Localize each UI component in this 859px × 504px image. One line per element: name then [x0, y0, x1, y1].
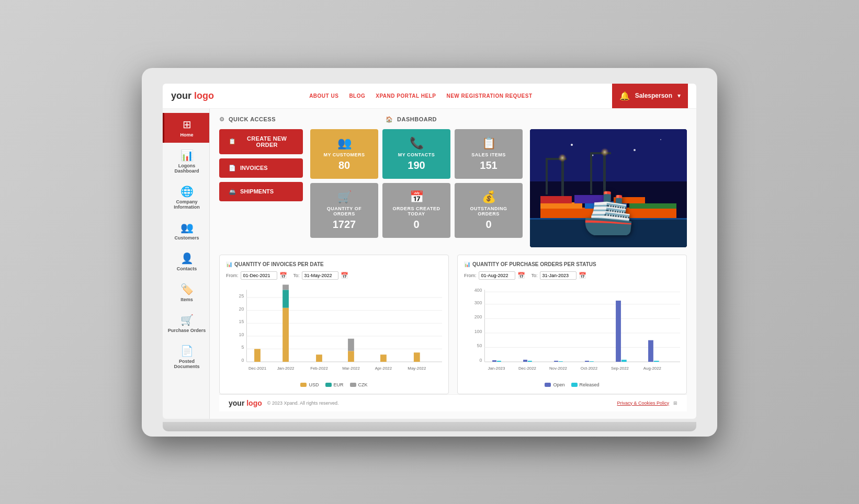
purchase-chart-svg: 0 50 100 200 300 400 — [464, 284, 680, 378]
svg-rect-77 — [621, 360, 627, 362]
purchase-to-date[interactable] — [540, 271, 577, 280]
settings-icon[interactable]: ⊞ — [673, 400, 677, 406]
invoice-chart-svg: 0 5 10 15 20 25 — [226, 284, 442, 378]
tile-customers[interactable]: 👥 MY CUSTOMERS 80 — [310, 129, 378, 179]
svg-text:300: 300 — [474, 300, 482, 305]
svg-text:20: 20 — [239, 306, 244, 311]
svg-rect-47 — [380, 354, 387, 362]
purchase-chart-legend: Open Released — [464, 382, 680, 387]
svg-rect-68 — [528, 361, 532, 362]
shipments-button[interactable]: 🚢 SHIPMENTS — [219, 182, 303, 201]
footer-logo: your logo — [229, 399, 262, 407]
calendar-icon-1[interactable]: 📅 — [279, 272, 287, 279]
svg-text:Mar-2022: Mar-2022 — [342, 365, 360, 370]
sidebar-item-company-label: Company Information — [166, 199, 207, 210]
sidebar-item-home[interactable]: ⊞ Home — [163, 113, 209, 143]
blog-link[interactable]: BLOG — [349, 93, 365, 99]
legend-eur-dot — [325, 383, 332, 387]
invoices-button[interactable]: 📄 INVOICES — [219, 158, 303, 178]
svg-text:50: 50 — [477, 343, 482, 348]
posted-docs-icon: 📄 — [180, 345, 194, 357]
nav-links: ABOUT US BLOG XPAND PORTAL HELP NEW REGI… — [230, 93, 612, 99]
sidebar-item-posted-documents[interactable]: 📄 Posted Documents — [163, 339, 209, 374]
legend-released: Released — [571, 382, 600, 387]
sidebar-item-contacts-label: Contacts — [177, 266, 197, 271]
laptop-base — [163, 422, 696, 431]
privacy-link[interactable]: Privacy & Cookies Policy — [617, 400, 669, 406]
sidebar-item-items-label: Items — [180, 297, 193, 302]
svg-rect-76 — [616, 300, 621, 361]
svg-text:0: 0 — [479, 358, 482, 363]
purchase-orders-icon: 🛒 — [180, 314, 194, 326]
calendar-icon-4[interactable]: 📅 — [579, 272, 586, 279]
legend-eur: EUR — [325, 382, 344, 387]
tile-qty-orders-value: 1727 — [333, 219, 356, 231]
tile-customers-label: MY CUSTOMERS — [323, 152, 365, 157]
tile-contacts[interactable]: 📞 MY CONTACTS 190 — [382, 129, 450, 179]
invoice-chart-container: 📊 QUANTITY OF INVOICES PER DATE From: 📅 … — [219, 255, 449, 394]
svg-text:May-2022: May-2022 — [408, 365, 426, 370]
svg-text:Aug-2022: Aug-2022 — [643, 365, 661, 370]
invoice-chart-legend: USD EUR CZK — [226, 382, 442, 387]
svg-rect-12 — [540, 208, 676, 218]
tile-sales-items[interactable]: 📋 SALES ITEMS 151 — [455, 129, 523, 179]
ship-svg — [530, 129, 687, 247]
sidebar-item-company[interactable]: 🌐 Company Information — [163, 180, 209, 215]
calendar-icon-3[interactable]: 📅 — [517, 272, 525, 279]
dashboard-title: 🏠 DASHBOARD — [386, 116, 437, 123]
tile-outstanding-value: 0 — [485, 219, 491, 231]
create-order-button[interactable]: 📋 CREATE NEW ORDER — [219, 129, 303, 154]
sidebar-item-logons-label: Logons Dashboard — [166, 163, 207, 174]
svg-rect-80 — [654, 361, 659, 362]
tile-qty-orders-label: QUANTITY OF ORDERS — [315, 206, 373, 216]
tile-quantity-orders[interactable]: 🛒 QUANTITY OF ORDERS 1727 — [310, 183, 378, 238]
sidebar-item-customers[interactable]: 👥 Customers — [163, 216, 209, 246]
sidebar-item-home-label: Home — [180, 132, 193, 138]
home-icon: ⊞ — [183, 118, 191, 131]
tile-outstanding-orders[interactable]: 💰 OUTSTANDING ORDERS 0 — [455, 183, 523, 238]
footer-copyright: © 2023 Xpand. All rights reserved. — [267, 400, 339, 406]
svg-rect-36 — [254, 349, 261, 362]
new-registration-link[interactable]: NEW REGISTRATION REQUEST — [446, 93, 532, 99]
tile-customers-value: 80 — [338, 159, 350, 171]
tile-orders-today[interactable]: 📅 ORDERS CREATED TODAY 0 — [382, 183, 450, 238]
logo: your logo — [171, 90, 214, 101]
sidebar-item-purchase-orders[interactable]: 🛒 Purchase Orders — [163, 308, 209, 338]
sidebar-item-items[interactable]: 🏷️ Items — [163, 278, 209, 307]
tile-contacts-value: 190 — [408, 159, 425, 171]
svg-rect-11 — [590, 152, 592, 194]
svg-text:400: 400 — [474, 288, 482, 293]
svg-rect-38 — [282, 307, 289, 361]
svg-text:15: 15 — [239, 319, 244, 324]
sidebar-item-logons-dashboard[interactable]: 📊 Logons Dashboard — [163, 144, 209, 179]
sidebar: ⊞ Home 📊 Logons Dashboard 🌐 Company Info… — [163, 109, 210, 419]
svg-rect-74 — [590, 361, 594, 362]
svg-rect-65 — [497, 361, 501, 362]
svg-text:Apr-2022: Apr-2022 — [375, 365, 392, 370]
svg-rect-44 — [348, 351, 354, 362]
about-us-link[interactable]: ABOUT US — [309, 93, 338, 99]
invoice-from-date[interactable] — [241, 271, 277, 280]
user-menu[interactable]: 🔔 Salesperson ▾ — [612, 84, 688, 109]
tile-orders-today-label: ORDERS CREATED TODAY — [388, 206, 445, 216]
bell-icon[interactable]: 🔔 — [619, 91, 630, 101]
svg-text:Jan-2023: Jan-2023 — [488, 365, 505, 370]
purchase-chart-filters: From: 📅 To: 📅 — [464, 271, 680, 280]
svg-rect-73 — [585, 361, 589, 362]
legend-czk-dot — [350, 383, 356, 387]
legend-czk: CZK — [350, 382, 368, 387]
quick-access-buttons: 📋 CREATE NEW ORDER 📄 INVOICES 🚢 SHIPMENT… — [219, 129, 303, 247]
invoice-chart-title: 📊 QUANTITY OF INVOICES PER DATE — [226, 261, 442, 267]
svg-rect-64 — [492, 360, 496, 362]
xpand-help-link[interactable]: XPAND PORTAL HELP — [376, 93, 436, 99]
svg-text:Feb-2022: Feb-2022 — [310, 365, 328, 370]
bar-chart-icon-1: 📊 — [226, 261, 232, 267]
invoice-to-date[interactable] — [302, 271, 338, 280]
svg-rect-19 — [530, 218, 687, 247]
invoice-to-group: To: 📅 — [293, 271, 348, 280]
purchase-from-date[interactable] — [479, 271, 515, 280]
calendar-icon-2[interactable]: 📅 — [341, 272, 348, 279]
ship-image — [530, 129, 687, 247]
svg-text:200: 200 — [474, 314, 482, 319]
sidebar-item-contacts[interactable]: 👤 Contacts — [163, 247, 209, 277]
